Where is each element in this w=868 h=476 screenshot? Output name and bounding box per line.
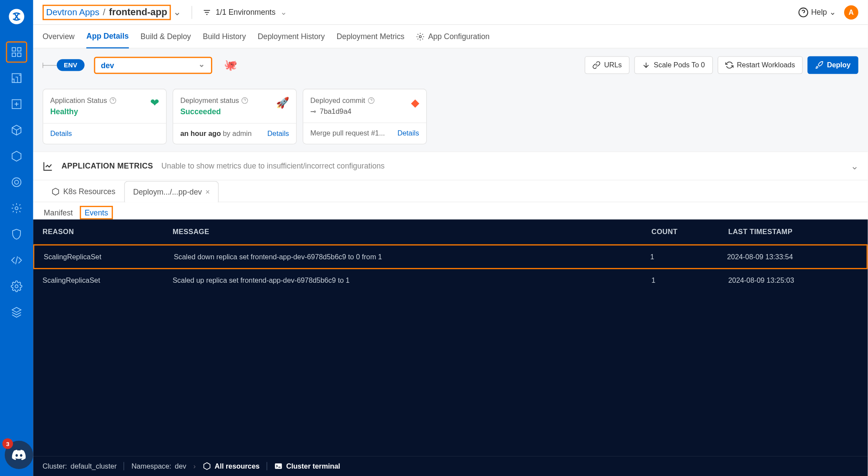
settings-gear-icon[interactable]	[6, 198, 27, 219]
gear-alt-icon[interactable]	[6, 276, 27, 297]
app-tabs: Overview App Details Build & Deploy Buil…	[33, 25, 868, 48]
svg-rect-16	[275, 463, 282, 469]
commit-details[interactable]: Details	[398, 129, 419, 137]
breadcrumb-app: frontend-app	[109, 7, 167, 18]
commit-hash: 7ba1d9a4	[320, 107, 352, 116]
env-pill: ENV	[57, 59, 85, 71]
charts-store-icon[interactable]	[6, 119, 27, 141]
card-deploy-status: Deployment status Succeeded 🚀 an hour ag…	[173, 89, 297, 144]
card-deployed-commit: Deployed commit ⊸7ba1d9a4 ◆ Merge pull r…	[302, 89, 427, 144]
svg-rect-4	[17, 53, 21, 56]
deploy-status-details[interactable]: Details	[267, 129, 289, 138]
env-selector[interactable]: dev	[94, 56, 212, 73]
help-label: Help	[811, 8, 827, 17]
add-app-icon[interactable]	[6, 93, 27, 115]
footer-cluster: default_cluster	[71, 462, 117, 470]
git-commit-icon: ⊸	[310, 107, 316, 116]
env-bar: ENV dev 🐙 URLs Scale Pods To 0 Restart W…	[33, 49, 868, 82]
all-resources-link[interactable]: All resources	[203, 462, 260, 470]
discord-badge[interactable]: 3	[5, 441, 33, 469]
shield-icon[interactable]	[6, 224, 27, 245]
chevron-down-icon[interactable]: ⌄	[173, 7, 181, 18]
avatar[interactable]: A	[844, 5, 858, 20]
tab-deployment-history[interactable]: Deployment History	[258, 25, 325, 48]
tab-events[interactable]: Events	[80, 206, 113, 219]
cluster-terminal-link[interactable]: Cluster terminal	[274, 462, 340, 470]
target-icon[interactable]	[6, 172, 27, 193]
apps-icon[interactable]	[6, 41, 27, 63]
table-row: ScalingReplicaSet Scaled up replica set …	[33, 269, 868, 292]
chart-line-icon	[43, 161, 53, 172]
tab-app-configuration[interactable]: App Configuration	[416, 25, 490, 48]
events-header: REASON MESSAGE COUNT LAST TIMESTAMP	[33, 219, 868, 244]
scale-pods-button[interactable]: Scale Pods To 0	[634, 56, 712, 74]
sidebar: 3	[0, 0, 33, 476]
tab-k8s-resources[interactable]: K8s Resources	[43, 180, 124, 202]
tab-app-details[interactable]: App Details	[86, 25, 128, 48]
tab-deployment-metrics[interactable]: Deployment Metrics	[337, 25, 404, 48]
footer-namespace: dev	[175, 462, 186, 470]
metrics-bar: APPLICATION METRICS Unable to show metri…	[33, 152, 868, 181]
status-cards: Application Status Healthy ❤ Details Dep…	[33, 82, 868, 152]
urls-button[interactable]: URLs	[585, 56, 630, 74]
svg-rect-1	[12, 48, 16, 51]
deploy-button[interactable]: Deploy	[807, 56, 858, 74]
tab-deployment[interactable]: Deploym.../...pp-dev ×	[124, 181, 219, 202]
divider	[191, 6, 192, 19]
restart-button[interactable]: Restart Workloads	[717, 56, 803, 74]
tab-build-history[interactable]: Build History	[203, 25, 246, 48]
deploy-status-value: Succeeded	[180, 107, 248, 116]
tab-overview[interactable]: Overview	[43, 25, 75, 48]
svg-point-8	[15, 180, 19, 184]
resource-tabs: K8s Resources Deploym.../...pp-dev ×	[33, 180, 868, 202]
svg-point-7	[12, 178, 21, 186]
svg-rect-3	[12, 53, 16, 56]
card-app-status: Application Status Healthy ❤ Details	[43, 89, 167, 144]
top-bar: Devtron Apps / frontend-app ⌄ 1/1 Enviro…	[33, 0, 868, 25]
cube-icon[interactable]	[6, 145, 27, 167]
discord-count: 3	[2, 438, 13, 449]
svg-point-9	[15, 207, 18, 210]
metrics-message: Unable to show metrics due to insufficie…	[161, 162, 385, 170]
detail-tabs: Manifest Events	[33, 202, 868, 219]
commit-message: Merge pull request #1...	[310, 129, 385, 137]
app-status-details[interactable]: Details	[50, 129, 72, 138]
logo	[6, 6, 27, 27]
svg-point-12	[419, 35, 421, 37]
footer-bar: Cluster: default_cluster Namespace: dev …	[33, 456, 868, 476]
main-content: Devtron Apps / frontend-app ⌄ 1/1 Enviro…	[33, 0, 868, 476]
layers-icon[interactable]	[6, 302, 27, 323]
metrics-title: APPLICATION METRICS	[62, 162, 153, 170]
tab-build-deploy[interactable]: Build & Deploy	[141, 25, 191, 48]
table-row: ScalingReplicaSet Scaled down replica se…	[33, 245, 868, 269]
heart-icon: ❤	[150, 96, 159, 109]
rocket-icon: 🚀	[276, 96, 289, 109]
chevron-down-icon[interactable]: ⌄	[851, 160, 858, 172]
tab-manifest[interactable]: Manifest	[43, 206, 74, 219]
svg-point-10	[15, 285, 18, 288]
env-filter-label: 1/1 Environments	[216, 8, 276, 17]
git-icon: ◆	[411, 96, 419, 109]
breadcrumb-separator: /	[103, 7, 105, 17]
chart-icon[interactable]	[6, 67, 27, 89]
breadcrumb-group[interactable]: Devtron Apps	[46, 7, 99, 17]
app-status-value: Healthy	[50, 107, 117, 116]
code-icon[interactable]	[6, 250, 27, 271]
help-button[interactable]: Help ⌄	[798, 7, 836, 18]
breadcrumb: Devtron Apps / frontend-app	[43, 4, 171, 20]
argo-icon: 🐙	[224, 59, 237, 72]
env-filter[interactable]: 1/1 Environments ⌄	[203, 8, 287, 17]
close-icon[interactable]: ×	[205, 188, 210, 196]
svg-rect-2	[17, 48, 21, 51]
events-table: REASON MESSAGE COUNT LAST TIMESTAMP Scal…	[33, 219, 868, 456]
